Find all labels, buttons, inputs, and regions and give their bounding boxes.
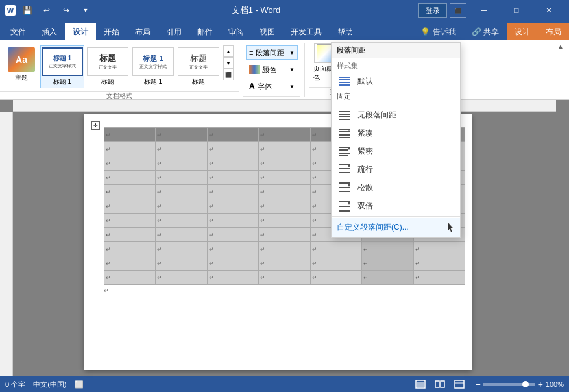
svg-rect-33 — [435, 381, 439, 387]
tab-layout[interactable]: 布局 — [127, 23, 158, 40]
style-scroll-area: ▲ ▼ ⬛ — [223, 45, 234, 80]
tab-view[interactable]: 视图 — [252, 23, 283, 40]
fonts-arrow: ▼ — [289, 84, 295, 90]
colors-btn[interactable]: 颜色 ▼ — [246, 62, 298, 77]
print-layout-btn[interactable] — [413, 378, 428, 390]
svg-rect-8 — [339, 129, 350, 130]
fonts-label: 字体 — [258, 82, 272, 92]
colors-fonts-label — [243, 96, 300, 98]
zoom-out-btn[interactable]: − — [475, 380, 480, 389]
style-title-btn[interactable]: 标题 正文文字 标题 — [86, 45, 130, 88]
web-layout-btn[interactable] — [452, 378, 466, 390]
move-handle[interactable]: ✛ — [91, 121, 100, 130]
minimize-button[interactable]: ─ — [469, 0, 499, 21]
tab-reference[interactable]: 引用 — [158, 23, 189, 40]
svg-rect-28 — [339, 206, 350, 207]
ruler-left — [0, 112, 13, 376]
ruler-top — [13, 100, 556, 112]
spacing-double-icon — [337, 199, 352, 212]
svg-rect-7 — [339, 119, 350, 120]
title-bar-right: 登录 ⬛ ─ □ ✕ — [418, 0, 564, 21]
style-scroll-down[interactable]: ▼ — [223, 57, 234, 69]
zoom-area: − + 100% — [472, 380, 564, 389]
zoom-slider[interactable] — [483, 383, 535, 386]
dropdown-item-no-spacing[interactable]: 无段落间距 — [332, 106, 460, 124]
svg-rect-23 — [339, 182, 350, 184]
svg-marker-26 — [348, 184, 350, 187]
dropdown-item-double[interactable]: 双倍 — [332, 197, 460, 215]
dropdown-item-no-spacing-label: 无段落间距 — [357, 110, 396, 121]
svg-rect-34 — [441, 381, 444, 387]
ribbon-collapse-btn[interactable]: ⬛ — [450, 3, 466, 18]
login-button[interactable]: 登录 — [418, 3, 447, 18]
tab-developer[interactable]: 开发工具 — [283, 23, 330, 40]
spacing-compact-icon — [337, 127, 352, 140]
svg-rect-25 — [339, 191, 350, 192]
style-subtitle-btn[interactable]: 标题 1 正文文字样式 标题 1 — [131, 45, 175, 88]
tell-label: 告诉我 — [433, 27, 456, 38]
dropdown-item-default[interactable]: 默认 — [332, 72, 460, 90]
cell-mark: ↵ — [209, 132, 214, 138]
svg-rect-19 — [339, 164, 350, 165]
tab-insert[interactable]: 插入 — [34, 23, 65, 40]
svg-rect-3 — [339, 84, 350, 86]
spacing-relaxed-icon — [337, 181, 352, 194]
tab-design2[interactable]: 设计 — [507, 23, 538, 40]
maximize-button[interactable]: □ — [502, 0, 531, 21]
para-spacing-dropdown: 段落间距 样式集 默认 固定 无段落间距 — [331, 42, 461, 238]
tab-help[interactable]: 帮助 — [330, 23, 361, 40]
tab-design[interactable]: 设计 — [65, 23, 96, 40]
svg-rect-32 — [417, 382, 424, 387]
undo-qat-btn[interactable]: ↩ — [39, 3, 54, 18]
title-bar-title: 文档1 - Word — [232, 5, 281, 16]
svg-rect-11 — [339, 137, 350, 138]
lightbulb-icon: 💡 — [420, 27, 430, 36]
style4-btn[interactable]: 标题 正文文字 标题 — [176, 45, 221, 88]
zoom-separator — [472, 380, 472, 389]
dropdown-item-compact[interactable]: 紧凑 — [332, 124, 460, 142]
status-left: 0 个字 中文(中国) ⬜ — [5, 380, 84, 389]
tab-file[interactable]: 文件 — [3, 23, 34, 40]
style-scroll-up[interactable]: ▲ — [223, 45, 234, 57]
para-spacing-btn[interactable]: ≡ 段落间距 ▼ — [246, 45, 298, 60]
svg-marker-18 — [348, 148, 350, 150]
style-scroll-more[interactable]: ⬛ — [223, 69, 234, 80]
tab-tell: 💡 告诉我 — [413, 23, 464, 40]
main-area: ✛ ↵ ↵ ↵ ↵ ↵ ↵ ↵ ↵ — [0, 100, 569, 376]
tab-review[interactable]: 审阅 — [221, 23, 252, 40]
read-mode-btn[interactable] — [433, 378, 447, 390]
tab-share[interactable]: 🔗 共享 — [464, 23, 507, 40]
svg-marker-30 — [348, 202, 350, 205]
dropdown-item-double-label: 双倍 — [357, 201, 373, 212]
fonts-btn[interactable]: A 字体 ▼ — [246, 79, 298, 93]
doc-formats-label: 文档格式 — [0, 91, 239, 101]
close-button[interactable]: ✕ — [534, 0, 564, 21]
status-right: − + 100% — [413, 378, 564, 390]
dropdown-item-custom[interactable]: 自定义段落间距(C)... — [332, 218, 460, 237]
zoom-in-btn[interactable]: + — [538, 380, 543, 389]
style2-preview: 标题 正文文字 — [87, 47, 128, 76]
table-row: ↵ ↵ ↵ ↵ ↵ ↵ ↵ — [104, 242, 465, 256]
colors-swatch-icon — [249, 65, 260, 74]
save-qat-btn[interactable]: 💾 — [19, 3, 35, 18]
cell-mark: ↵ — [106, 132, 111, 138]
ribbon: Aa 主题 标题 1 正文文字样式 标题 1 标题 正文文字 — [0, 40, 569, 100]
ribbon-collapse-arrow[interactable]: ▲ — [557, 43, 564, 50]
table-row: ↵ ↵ ↵ ↵ ↵ ↵ ↵ — [104, 256, 465, 271]
dropdown-item-tight[interactable]: 紧密 — [332, 142, 460, 160]
tab-home[interactable]: 开始 — [96, 23, 127, 40]
dropdown-item-relaxed[interactable]: 松散 — [332, 178, 460, 197]
style-title1-btn[interactable]: 标题 1 正文文字样式 标题 1 — [40, 45, 84, 88]
zoom-percent: 100% — [546, 380, 564, 388]
redo-qat-btn[interactable]: ↪ — [58, 3, 74, 18]
tab-layout2[interactable]: 布局 — [538, 23, 569, 40]
dropdown-item-open[interactable]: 疏行 — [332, 160, 460, 178]
theme-button[interactable]: Aa 主题 — [4, 45, 39, 84]
svg-rect-15 — [339, 149, 348, 151]
dropdown-divider2 — [332, 216, 460, 217]
svg-rect-5 — [339, 114, 350, 115]
qat-more-btn[interactable]: ▼ — [78, 3, 93, 18]
para-mark-below-table: ↵ — [104, 288, 465, 294]
tab-mail[interactable]: 邮件 — [189, 23, 221, 40]
para-spacing-label: 段落间距 — [256, 48, 284, 58]
